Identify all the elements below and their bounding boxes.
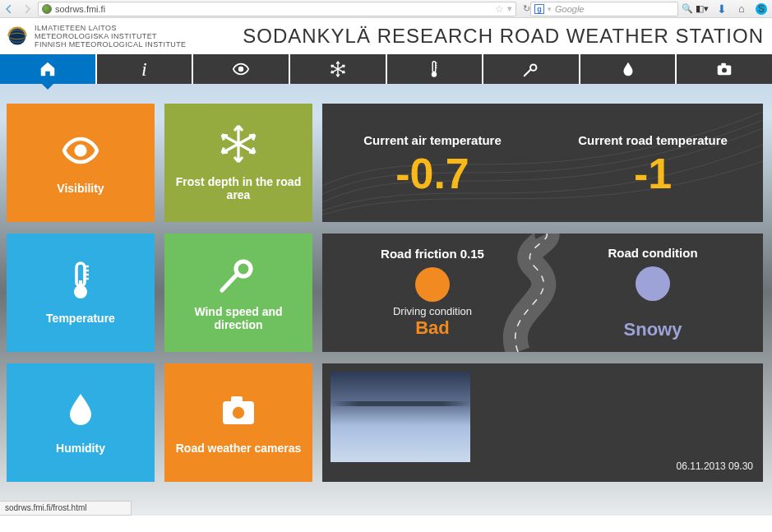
tile-label: Visibility <box>50 182 110 195</box>
nav-temperature[interactable] <box>387 54 484 84</box>
url-bar[interactable]: sodrws.fmi.fi ☆ ▾ <box>38 2 516 16</box>
svg-point-9 <box>530 65 536 71</box>
search-icon[interactable]: 🔍 <box>682 3 693 14</box>
tile-label: Road weather cameras <box>169 442 308 455</box>
tile-temperature[interactable]: Temperature <box>7 234 155 352</box>
tile-humidity[interactable]: Humidity <box>7 363 155 482</box>
road-condition-indicator-icon <box>636 266 670 301</box>
nav-info[interactable]: i <box>97 54 194 84</box>
svg-point-24 <box>233 407 244 419</box>
tile-cameras[interactable]: Road weather cameras <box>164 363 312 482</box>
info-icon: i <box>141 58 147 81</box>
svg-point-13 <box>74 144 86 156</box>
tile-frost[interactable]: Frost depth in the road area <box>164 104 312 222</box>
svg-point-12 <box>722 67 727 72</box>
google-icon: g <box>534 4 544 14</box>
status-bar: sodrws.fmi.fi/frost.html <box>0 501 132 516</box>
tile-label: Wind speed and direction <box>164 305 312 331</box>
svg-rect-23 <box>231 396 243 403</box>
search-placeholder: Google <box>555 4 584 14</box>
panel-camera: 06.11.2013 09.30 <box>322 363 763 482</box>
nav-frost[interactable] <box>290 54 387 84</box>
svg-point-3 <box>238 67 243 72</box>
search-bar[interactable]: g ▾ Google <box>530 2 678 16</box>
driving-condition-label: Driving condition <box>393 305 472 317</box>
url-text: sodrws.fmi.fi <box>55 4 492 14</box>
eye-icon <box>232 60 250 78</box>
home-icon <box>39 60 57 78</box>
panel-road-condition: Road friction 0.15 Driving condition Bad… <box>322 234 763 352</box>
svg-rect-16 <box>79 280 82 290</box>
wind-icon <box>219 254 258 294</box>
svg-rect-11 <box>722 63 727 67</box>
friction-indicator-icon <box>415 267 450 302</box>
browser-toolbar: sodrws.fmi.fi ☆ ▾ ↻ g ▾ Google 🔍 ◧▾ ⬇ ⌂ … <box>0 0 772 18</box>
drop-icon <box>61 391 100 430</box>
eye-icon <box>61 131 100 170</box>
back-button[interactable] <box>0 2 18 16</box>
wind-icon <box>522 60 540 78</box>
nav-home[interactable] <box>0 54 97 84</box>
camera-thumbnail[interactable] <box>331 372 470 462</box>
camera-icon <box>219 391 258 430</box>
fmi-logo-icon <box>5 24 30 49</box>
tile-visibility[interactable]: Visibility <box>7 104 155 222</box>
nav-wind[interactable] <box>483 54 580 84</box>
thermometer-icon <box>425 60 443 78</box>
nav-visibility[interactable] <box>193 54 290 84</box>
tile-label: Frost depth in the road area <box>164 175 312 201</box>
svg-point-5 <box>432 72 437 76</box>
snowflake-icon <box>219 124 258 164</box>
downloads-icon[interactable]: ⬇ <box>716 3 728 15</box>
tile-label: Temperature <box>39 312 122 325</box>
org-name: ILMATIETEEN LAITOS METEOROLOGISKA INSTIT… <box>35 24 186 49</box>
main-nav: i <box>0 54 772 84</box>
friction-label: Road friction 0.15 <box>381 247 484 261</box>
camera-icon <box>715 60 733 78</box>
svg-rect-4 <box>432 62 436 72</box>
page-title: SODANKYLÄ RESEARCH ROAD WEATHER STATION <box>186 25 767 48</box>
nav-cameras[interactable] <box>677 54 772 84</box>
road-condition-label: Road condition <box>608 246 697 260</box>
forward-button[interactable] <box>18 2 36 16</box>
favicon-icon <box>42 4 52 14</box>
reload-button[interactable]: ↻ <box>523 3 530 14</box>
tile-wind[interactable]: Wind speed and direction <box>164 234 312 352</box>
skype-icon[interactable]: S <box>756 3 767 15</box>
thermometer-icon <box>61 261 100 300</box>
home-icon[interactable]: ⌂ <box>736 3 747 15</box>
road-condition-value: Snowy <box>624 319 682 340</box>
snowflake-icon <box>329 60 347 78</box>
drop-icon <box>619 60 637 78</box>
driving-condition-value: Bad <box>415 317 450 339</box>
bookmark-star-icon[interactable]: ☆ <box>495 3 504 15</box>
panel-temperatures: Current air temperature -0.7 Current roa… <box>322 104 763 222</box>
addon-icon[interactable]: ◧▾ <box>696 3 708 15</box>
wave-decor-icon <box>322 104 763 222</box>
nav-humidity[interactable] <box>580 54 677 84</box>
page-header: ILMATIETEEN LAITOS METEOROLOGISKA INSTIT… <box>0 18 772 54</box>
tile-label: Humidity <box>49 442 112 455</box>
camera-timestamp: 06.11.2013 09.30 <box>677 460 753 472</box>
